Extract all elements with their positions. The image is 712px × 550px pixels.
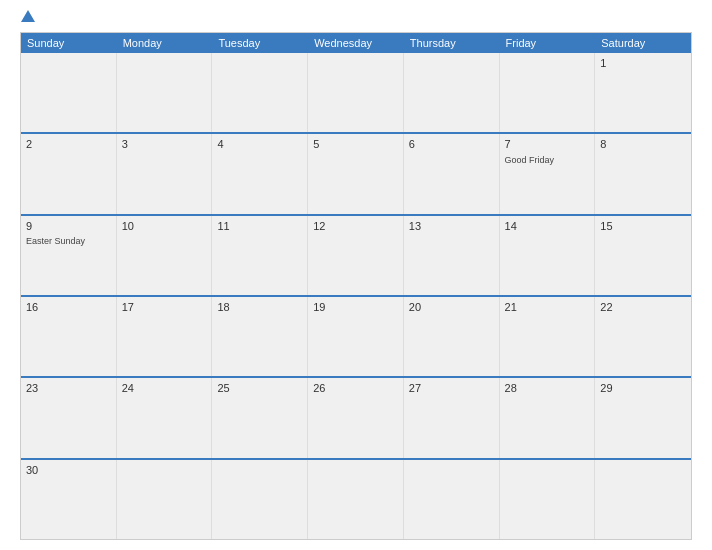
day-number: 18 — [217, 300, 302, 315]
day-cell: 12 — [308, 216, 404, 295]
week-row-4: 16171819202122 — [21, 295, 691, 376]
day-cell — [500, 53, 596, 132]
day-number: 20 — [409, 300, 494, 315]
calendar-page: SundayMondayTuesdayWednesdayThursdayFrid… — [0, 0, 712, 550]
day-number: 23 — [26, 381, 111, 396]
day-cell — [500, 460, 596, 539]
day-cell — [212, 53, 308, 132]
day-number: 12 — [313, 219, 398, 234]
day-number: 22 — [600, 300, 686, 315]
week-row-6: 30 — [21, 458, 691, 539]
day-cell: 19 — [308, 297, 404, 376]
day-number: 19 — [313, 300, 398, 315]
day-number: 7 — [505, 137, 590, 152]
day-cell: 11 — [212, 216, 308, 295]
day-header-sunday: Sunday — [21, 33, 117, 53]
day-number: 17 — [122, 300, 207, 315]
day-cell: 9Easter Sunday — [21, 216, 117, 295]
day-header-thursday: Thursday — [404, 33, 500, 53]
day-header-tuesday: Tuesday — [212, 33, 308, 53]
day-cell: 5 — [308, 134, 404, 213]
week-row-2: 234567Good Friday8 — [21, 132, 691, 213]
day-cell: 6 — [404, 134, 500, 213]
day-cell — [308, 53, 404, 132]
day-cell: 3 — [117, 134, 213, 213]
day-event: Easter Sunday — [26, 236, 111, 248]
day-cell: 8 — [595, 134, 691, 213]
logo — [20, 10, 35, 24]
day-cell — [117, 460, 213, 539]
day-cell: 14 — [500, 216, 596, 295]
day-number: 1 — [600, 56, 686, 71]
day-cell: 28 — [500, 378, 596, 457]
day-number: 16 — [26, 300, 111, 315]
week-row-1: 1 — [21, 53, 691, 132]
day-cell: 24 — [117, 378, 213, 457]
day-cell: 20 — [404, 297, 500, 376]
day-number: 26 — [313, 381, 398, 396]
day-number: 3 — [122, 137, 207, 152]
day-cell: 7Good Friday — [500, 134, 596, 213]
day-number: 6 — [409, 137, 494, 152]
day-cell: 15 — [595, 216, 691, 295]
day-cell — [595, 460, 691, 539]
day-number: 8 — [600, 137, 686, 152]
day-cell: 22 — [595, 297, 691, 376]
day-headers-row: SundayMondayTuesdayWednesdayThursdayFrid… — [21, 33, 691, 53]
weeks-container: 1234567Good Friday89Easter Sunday1011121… — [21, 53, 691, 539]
day-number: 5 — [313, 137, 398, 152]
day-cell: 25 — [212, 378, 308, 457]
day-header-monday: Monday — [117, 33, 213, 53]
day-number: 21 — [505, 300, 590, 315]
day-number: 10 — [122, 219, 207, 234]
week-row-3: 9Easter Sunday101112131415 — [21, 214, 691, 295]
day-cell: 2 — [21, 134, 117, 213]
day-number: 15 — [600, 219, 686, 234]
day-number: 2 — [26, 137, 111, 152]
day-header-saturday: Saturday — [595, 33, 691, 53]
day-cell: 10 — [117, 216, 213, 295]
day-cell — [21, 53, 117, 132]
day-cell: 18 — [212, 297, 308, 376]
day-number: 25 — [217, 381, 302, 396]
day-number: 13 — [409, 219, 494, 234]
day-cell: 4 — [212, 134, 308, 213]
day-number: 30 — [26, 463, 111, 478]
day-number: 24 — [122, 381, 207, 396]
day-cell — [404, 53, 500, 132]
day-cell: 1 — [595, 53, 691, 132]
day-cell: 26 — [308, 378, 404, 457]
day-cell: 21 — [500, 297, 596, 376]
day-cell: 13 — [404, 216, 500, 295]
day-number: 14 — [505, 219, 590, 234]
logo-triangle-icon — [21, 10, 35, 22]
day-cell — [212, 460, 308, 539]
day-number: 9 — [26, 219, 111, 234]
day-cell: 30 — [21, 460, 117, 539]
calendar-header — [20, 10, 692, 24]
day-number: 11 — [217, 219, 302, 234]
day-cell: 27 — [404, 378, 500, 457]
day-cell: 23 — [21, 378, 117, 457]
day-event: Good Friday — [505, 155, 590, 167]
day-number: 4 — [217, 137, 302, 152]
day-cell — [308, 460, 404, 539]
day-cell — [404, 460, 500, 539]
day-cell: 16 — [21, 297, 117, 376]
day-number: 27 — [409, 381, 494, 396]
calendar-grid: SundayMondayTuesdayWednesdayThursdayFrid… — [20, 32, 692, 540]
day-header-friday: Friday — [500, 33, 596, 53]
day-cell — [117, 53, 213, 132]
day-cell: 17 — [117, 297, 213, 376]
day-number: 29 — [600, 381, 686, 396]
day-cell: 29 — [595, 378, 691, 457]
week-row-5: 23242526272829 — [21, 376, 691, 457]
day-number: 28 — [505, 381, 590, 396]
day-header-wednesday: Wednesday — [308, 33, 404, 53]
